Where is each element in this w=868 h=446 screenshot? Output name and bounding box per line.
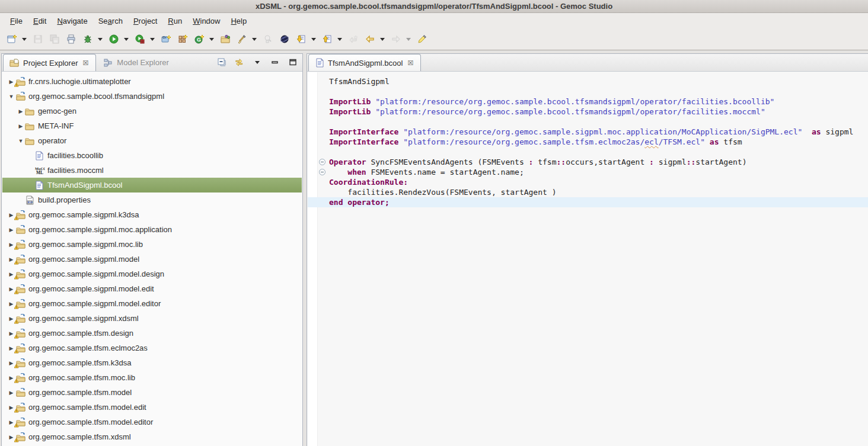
menu-window[interactable]: Window (187, 15, 225, 27)
svg-text:Gr: Gr (162, 36, 167, 39)
menu-help[interactable]: Help (225, 15, 252, 27)
tree-item-build-properties[interactable]: 010build.properties (2, 192, 302, 207)
run-button[interactable] (106, 31, 122, 47)
folder-icon (25, 121, 35, 131)
new-wizard-dropdown[interactable] (20, 31, 28, 47)
tree-item-org-gemoc-sample-tfsm-eclmoc2as[interactable]: ▶org.gemoc.sample.tfsm.eclmoc2as (2, 341, 302, 355)
tree-item-org-gemoc-sample-sigpml-moc-lib[interactable]: ▶org.gemoc.sample.sigpml.moc.lib (2, 237, 302, 252)
expand-arrow-icon[interactable]: ▶ (17, 123, 25, 129)
menu-edit[interactable]: Edit (28, 15, 52, 27)
code-line-6[interactable]: ImportInterface "platform:/resource/org.… (308, 127, 868, 137)
code-token: SyncFSMEventsAndAgents (FSMEvents (366, 158, 529, 166)
highlighter-button[interactable] (414, 31, 430, 47)
view-menu-button[interactable] (251, 56, 263, 68)
forward-dropdown[interactable] (404, 31, 413, 47)
link-editor-button[interactable] (234, 56, 245, 68)
collapse-arrow-icon[interactable]: ▼ (7, 94, 15, 100)
fold-collapse-icon[interactable] (319, 159, 326, 165)
tab-editor-tfsmandsigpml[interactable]: TfsmAndSigpml.bcool ☒ (308, 54, 421, 71)
tree-item-org-gemoc-sample-sigpml-moc-application[interactable]: ▶org.gemoc.sample.sigpml.moc.application (2, 222, 302, 237)
tree-item-org-gemoc-sample-tfsm-xdsml[interactable]: ▶org.gemoc.sample.tfsm.xdsml (2, 429, 302, 444)
new-gemoc-project-dropdown[interactable] (208, 31, 216, 47)
code-editor[interactable]: TfsmAndSigpmlImportLib "platform:/resour… (308, 72, 868, 446)
menu-file[interactable]: File (5, 15, 28, 27)
menu-run[interactable]: Run (162, 15, 187, 27)
tree-item-operator[interactable]: ▼operator (2, 133, 302, 148)
tree-item-org-gemoc-sample-sigpml-xdsml[interactable]: ▶org.gemoc.sample.sigpml.xdsml (2, 311, 302, 326)
tree-item-tfsmandsigpml-bcool[interactable]: TfsmAndSigpml.bcool (2, 178, 302, 192)
code-line-2[interactable] (308, 86, 868, 97)
tree-item-org-gemoc-sample-sigpml-k3dsa[interactable]: ▶org.gemoc.sample.sigpml.k3dsa (2, 207, 302, 222)
next-annotation-button[interactable] (293, 31, 309, 47)
tree-item-org-gemoc-sample-bcool-tfsmandsigpml[interactable]: ▼org.gemoc.sample.bcool.tfsmandsigpml (2, 89, 302, 104)
tree-item-org-gemoc-sample-sigpml-model-editor[interactable]: ▶org.gemoc.sample.sigpml.model.editor (2, 296, 302, 311)
code-line-7[interactable]: ImportInterface "platform:/resource/org.… (308, 137, 868, 147)
tree-item-gemoc-gen[interactable]: ▶gemoc-gen (2, 104, 302, 118)
collapse-all-button[interactable] (216, 56, 228, 68)
tree-item-meta-inf[interactable]: ▶META-INF (2, 118, 302, 133)
code-line-1[interactable]: TfsmAndSigpml (308, 76, 868, 86)
brush-button[interactable] (234, 31, 250, 47)
tree-item-org-gemoc-sample-sigpml-model-edit[interactable]: ▶org.gemoc.sample.sigpml.model.edit (2, 281, 302, 296)
expand-arrow-icon[interactable]: ▶ (7, 227, 15, 233)
menu-search[interactable]: Search (93, 15, 128, 27)
tree-item-fr-cnrs-luchogie-ultimateplotter[interactable]: ▶fr.cnrs.luchogie.ultimateplotter (2, 74, 302, 89)
fold-collapse-icon[interactable] (319, 169, 326, 175)
new-plugin-button[interactable] (175, 31, 190, 47)
close-icon[interactable]: ☒ (81, 59, 90, 68)
tree-item-org-gemoc-sample-tfsm-model-edit[interactable]: ▶org.gemoc.sample.tfsm.model.edit (2, 400, 302, 415)
maximize-button[interactable] (287, 56, 299, 68)
code-line-13[interactable]: end operator; (308, 197, 868, 207)
forward-button (388, 31, 404, 47)
print-button[interactable] (63, 31, 79, 47)
tree-item-org-gemoc-sample-tfsm-k3dsa[interactable]: ▶org.gemoc.sample.tfsm.k3dsa (2, 355, 302, 370)
code-line-4[interactable]: ImportLib "platform:/resource/org.gemoc.… (308, 107, 868, 117)
new-representation-button[interactable]: Gr (158, 31, 174, 47)
debug-dropdown[interactable] (96, 31, 104, 47)
tree-item-facilities-bcoollib[interactable]: facilities.bcoollib (2, 148, 302, 163)
tree-item-facilities-moccml[interactable]: MoCCMLfacilities.moccml (2, 163, 302, 178)
tab-model-explorer[interactable]: Model Explorer (97, 54, 174, 71)
code-line-9[interactable]: Operator SyncFSMEventsAndAgents (FSMEven… (308, 157, 868, 167)
tree-item-org-gemoc-sample-tfsm-moc-lib[interactable]: ▶org.gemoc.sample.tfsm.moc.lib (2, 370, 302, 385)
code-line-5[interactable] (308, 117, 868, 127)
run-last-dropdown[interactable] (148, 31, 157, 47)
back-dropdown[interactable] (378, 31, 387, 47)
code-line-12[interactable]: facilities.RendezVous(FSMEvents, startAg… (308, 187, 868, 197)
chevron-down-icon (22, 38, 27, 41)
minimize-button[interactable] (269, 56, 281, 68)
new-gemoc-project-button[interactable]: G (192, 31, 207, 47)
run-dropdown[interactable] (122, 31, 130, 47)
prev-annotation-button[interactable] (320, 31, 335, 47)
tree-item-label: org.gemoc.sample.bcool.tfsmandsigpml (28, 92, 164, 101)
menu-project[interactable]: Project (128, 15, 162, 27)
tree-item-org-gemoc-sample-sigpml-model-design[interactable]: ▶org.gemoc.sample.sigpml.model.design (2, 267, 302, 281)
collapse-arrow-icon[interactable]: ▼ (17, 138, 25, 144)
keyword-token: CoordinationRule: (329, 178, 408, 187)
run-last-button[interactable] (132, 31, 148, 47)
tab-project-explorer[interactable]: Project Explorer ☒ (3, 54, 96, 71)
expand-arrow-icon[interactable]: ▶ (17, 108, 25, 114)
menu-navigate[interactable]: Navigate (52, 15, 92, 27)
expand-arrow-icon[interactable]: ▶ (7, 390, 15, 396)
new-wizard-button[interactable] (4, 31, 20, 47)
code-line-3[interactable]: ImportLib "platform:/resource/org.gemoc.… (308, 97, 868, 107)
tree-item-org-gemoc-sample-tfsm-model-editor[interactable]: ▶org.gemoc.sample.tfsm.model.editor (2, 415, 302, 429)
brush-dropdown[interactable] (250, 31, 259, 47)
bcool-file-icon (315, 58, 324, 68)
open-artifact-button[interactable] (218, 31, 233, 47)
web-browser-button[interactable] (277, 31, 292, 47)
tree-item-label: org.gemoc.sample.sigpml.k3dsa (28, 210, 139, 219)
tree-item-org-gemoc-sample-tfsm-model[interactable]: ▶org.gemoc.sample.tfsm.model (2, 385, 302, 400)
code-line-10[interactable]: when FSMEvents.name = startAgent.name; (308, 167, 868, 177)
code-line-11[interactable]: CoordinationRule: (308, 177, 868, 187)
code-line-8[interactable] (308, 147, 868, 157)
debug-button[interactable] (80, 31, 95, 47)
prev-annotation-dropdown[interactable] (336, 31, 344, 47)
close-icon[interactable]: ☒ (406, 59, 414, 68)
tree-item-org-gemoc-sample-tfsm-design[interactable]: ▶org.gemoc.sample.tfsm.design (2, 326, 302, 341)
next-annotation-dropdown[interactable] (309, 31, 318, 47)
tree-item-org-gemoc-sample-sigpml-model[interactable]: ▶org.gemoc.sample.sigpml.model (2, 252, 302, 267)
back-button[interactable] (362, 31, 378, 47)
project-explorer-icon (9, 58, 20, 68)
